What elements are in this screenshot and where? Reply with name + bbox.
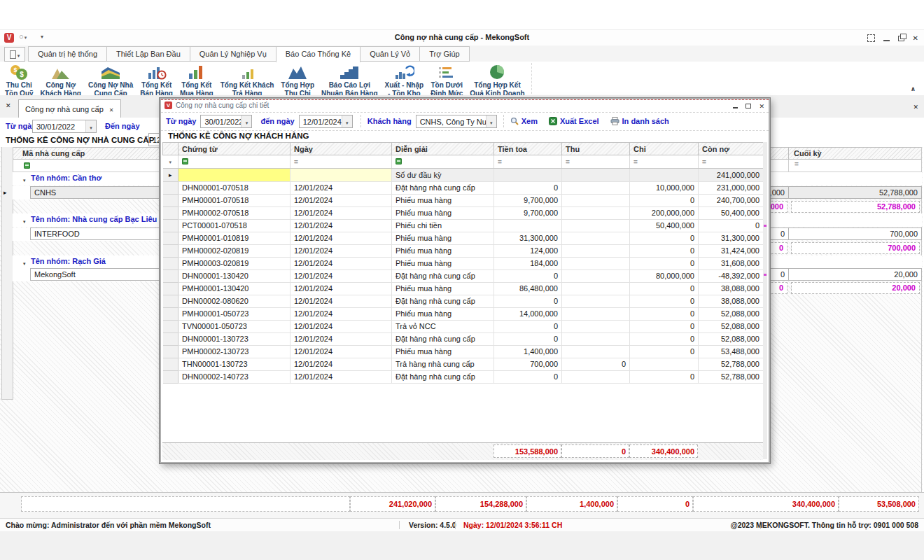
supplier-code-filter-cell[interactable] bbox=[13, 160, 161, 172]
detail-table-row[interactable]: PMH00002-07051812/01/2024Phiếu mua hàng9… bbox=[163, 207, 764, 220]
dialog-maximize-icon[interactable] bbox=[746, 104, 751, 108]
ribbon-item-7[interactable]: Báo Cáo LợiNhuận Bán Hàng bbox=[318, 63, 382, 97]
group-collapse-icon[interactable] bbox=[23, 258, 26, 267]
column-header-supplier-code[interactable]: Mã nhà cung cấp bbox=[13, 147, 161, 160]
detail-table-row[interactable]: PMH00001-13042012/01/2024Phiếu mua hàng8… bbox=[163, 283, 764, 295]
ribbon-item-5[interactable]: Tổng Kết KháchTrả Hàng bbox=[217, 63, 278, 97]
group-header-row[interactable]: Tên nhóm: Nhà cung cấp Bạc Liêu bbox=[13, 214, 161, 227]
filter-cell-6[interactable] bbox=[699, 155, 764, 169]
column-header-closing[interactable]: Cuối kỳ bbox=[788, 147, 922, 160]
chevron-down-icon[interactable] bbox=[241, 115, 251, 127]
supplier-code-cell[interactable]: INTERFOOD bbox=[30, 227, 161, 240]
detail-table-row[interactable]: DHN00002-14072312/01/2024Đặt hàng nhà cu… bbox=[163, 371, 764, 384]
view-button[interactable]: Xem bbox=[510, 117, 538, 125]
collapse-ribbon-icon[interactable] bbox=[911, 85, 916, 92]
ribbon-item-1[interactable]: Công NợKhách Hàng bbox=[37, 63, 85, 97]
ribbon-item-3[interactable]: Tổng KếtBán Hàng bbox=[136, 63, 176, 97]
ribbon-item-4[interactable]: Tổng KếtMua Hàng bbox=[176, 63, 217, 97]
detail-table-row[interactable]: PMH00003-02081912/01/2024Phiếu mua hàng1… bbox=[163, 258, 764, 270]
close-tab-right-icon[interactable] bbox=[913, 104, 918, 111]
closing-value-cell[interactable]: 700,000 bbox=[788, 227, 922, 240]
detail-table-row[interactable]: PCT00001-07051812/01/2024Phiếu chi tiền5… bbox=[163, 220, 764, 232]
detail-table-row[interactable]: PMH00001-05072312/01/2024Phiếu mua hàng1… bbox=[163, 308, 764, 321]
detail-table-row[interactable]: THN00001-13072312/01/2024Trả hàng nhà cu… bbox=[163, 358, 764, 371]
closing-value-cell[interactable]: 52,788,000 bbox=[788, 186, 922, 199]
menu-tab-quản-trị-hệ-thống[interactable]: Quản trị hệ thống bbox=[28, 46, 107, 62]
menu-tab-trợ-giúp[interactable]: Trợ Giúp bbox=[419, 46, 469, 62]
restore-icon[interactable] bbox=[898, 36, 904, 41]
filter-cell-4[interactable] bbox=[562, 155, 630, 169]
detail-table-row[interactable]: DHN00001-13042012/01/2024Đặt hàng nhà cu… bbox=[163, 270, 764, 283]
close-tab-left-icon[interactable] bbox=[6, 102, 11, 109]
detail-column-header-4[interactable]: Thu bbox=[562, 143, 630, 155]
supplier-row[interactable]: MekongSoft bbox=[13, 268, 161, 281]
menu-tab-báo-cáo-thống-kê[interactable]: Báo Cáo Thống Kê bbox=[276, 46, 360, 62]
text-filter-icon[interactable] bbox=[24, 162, 30, 169]
ribbon-item-0[interactable]: $$Thu ChiTồn Quỹ bbox=[1, 63, 37, 97]
dialog-customer-select[interactable]: CNHS, Công Ty Nước ... bbox=[416, 115, 497, 128]
dialog-close-icon[interactable] bbox=[759, 102, 764, 110]
supplier-code-cell[interactable]: MekongSoft bbox=[30, 268, 161, 281]
chevron-down-icon[interactable] bbox=[486, 115, 496, 127]
from-date-select[interactable]: 30/01/2022 bbox=[32, 120, 97, 133]
filter-cell-1[interactable] bbox=[290, 155, 392, 169]
supplier-code-cell[interactable]: CNHS bbox=[30, 186, 161, 199]
dialog-minimize-icon[interactable] bbox=[733, 107, 738, 108]
ribbon-item-2[interactable]: Công Nợ NhàCung Cấp bbox=[85, 63, 136, 97]
detail-cell: Trả vỏ NCC bbox=[392, 321, 494, 333]
ribbon-item-label: Tồn Dưới bbox=[430, 82, 462, 90]
dialog-from-date-select[interactable]: 30/01/2022 bbox=[200, 115, 252, 128]
filter-cell-0[interactable] bbox=[178, 155, 290, 169]
group-header-row[interactable]: Tên nhóm: Cần thơ bbox=[13, 172, 161, 186]
tab-cong-no-nha-cung-cap[interactable]: Công nợ nhà cung cấp bbox=[18, 99, 121, 118]
ribbon-item-10[interactable]: Tổng Hợp KếtQuả Kinh Doanh bbox=[466, 63, 528, 97]
equals-filter-icon[interactable] bbox=[794, 160, 799, 168]
detail-table-row[interactable]: TVN00001-05072312/01/2024Trả vỏ NCC0052,… bbox=[163, 321, 764, 333]
detail-table-row[interactable]: DHN00001-13072312/01/2024Đặt hàng nhà cu… bbox=[163, 333, 764, 346]
chevron-down-icon[interactable] bbox=[342, 115, 352, 127]
detail-column-header-0[interactable]: Chứng từ bbox=[178, 143, 290, 155]
minimize-icon[interactable] bbox=[883, 40, 890, 41]
menu-tab-quản-lý-vỏ[interactable]: Quản Lý Vỏ bbox=[360, 46, 420, 62]
menu-tab-thiết-lập-ban-đầu[interactable]: Thiết Lập Ban Đầu bbox=[106, 46, 190, 62]
filter-cell-5[interactable] bbox=[630, 155, 699, 169]
chevron-down-icon[interactable] bbox=[85, 120, 96, 132]
supplier-row[interactable]: CNHS bbox=[13, 186, 161, 200]
closing-filter-cell[interactable] bbox=[788, 160, 922, 172]
menu-launcher-button[interactable] bbox=[4, 47, 25, 62]
detail-table-row[interactable]: PMH00001-01081912/01/2024Phiếu mua hàng3… bbox=[163, 232, 764, 245]
detail-column-header-2[interactable]: Diễn giải bbox=[392, 143, 494, 155]
status-separator bbox=[455, 521, 456, 529]
ribbon-item-8[interactable]: Xuất - Nhập- Tồn Kho bbox=[382, 63, 428, 97]
closing-value-cell[interactable]: 20,000 bbox=[788, 268, 922, 281]
ribbon-item-9[interactable]: Tồn DướiĐịnh Mức bbox=[427, 63, 466, 97]
filter-cell-2[interactable] bbox=[392, 155, 494, 169]
detail-table-row[interactable]: PMH00002-02081912/01/2024Phiếu mua hàng1… bbox=[163, 245, 764, 258]
detail-table-row[interactable]: DHN00002-08062012/01/2024Đặt hàng nhà cu… bbox=[163, 295, 764, 308]
detail-column-header-6[interactable]: Còn nợ bbox=[699, 143, 764, 155]
detail-table-row[interactable]: PMH00001-07051812/01/2024Phiếu mua hàng9… bbox=[163, 195, 764, 207]
export-excel-button[interactable]: Xuất Excel bbox=[549, 117, 599, 125]
dialog-titlebar[interactable]: V Công nợ nhà cung cấp chi tiết bbox=[161, 99, 769, 113]
fullscreen-icon[interactable] bbox=[867, 34, 875, 42]
detail-column-header-5[interactable]: Chi bbox=[630, 143, 699, 155]
supplier-row[interactable]: INTERFOOD bbox=[13, 227, 161, 241]
group-collapse-icon[interactable] bbox=[23, 175, 26, 183]
detail-column-header-1[interactable]: Ngày bbox=[290, 143, 392, 155]
scrollbar[interactable] bbox=[763, 142, 767, 459]
dialog-to-date-select[interactable]: 12/01/2024 bbox=[299, 115, 353, 128]
close-doc-tab-icon[interactable] bbox=[109, 105, 114, 113]
detail-column-header-3[interactable]: Tiền toa bbox=[494, 143, 562, 155]
filter-cell-3[interactable] bbox=[494, 155, 562, 169]
row-indicator-cell bbox=[163, 283, 178, 295]
detail-table-row[interactable]: PMH00002-13072312/01/2024Phiếu mua hàng1… bbox=[163, 346, 764, 358]
print-list-button[interactable]: In danh sách bbox=[610, 117, 669, 125]
group-collapse-icon[interactable] bbox=[23, 216, 26, 225]
detail-table-row[interactable]: DHN00001-07051812/01/2024Đặt hàng nhà cu… bbox=[163, 182, 764, 195]
detail-table-row[interactable]: Số dư đầu kỳ241,000,000 bbox=[163, 169, 764, 182]
close-icon[interactable] bbox=[913, 34, 918, 42]
group-header-row[interactable]: Tên nhóm: Rạch Giá bbox=[13, 255, 161, 269]
detail-cell: 50,400,000 bbox=[699, 207, 764, 220]
menu-tab-quản-lý-nghiệp-vụ[interactable]: Quản Lý Nghiệp Vụ bbox=[190, 46, 276, 62]
ribbon-item-6[interactable]: Tổng HợpThu Chi bbox=[277, 63, 318, 97]
